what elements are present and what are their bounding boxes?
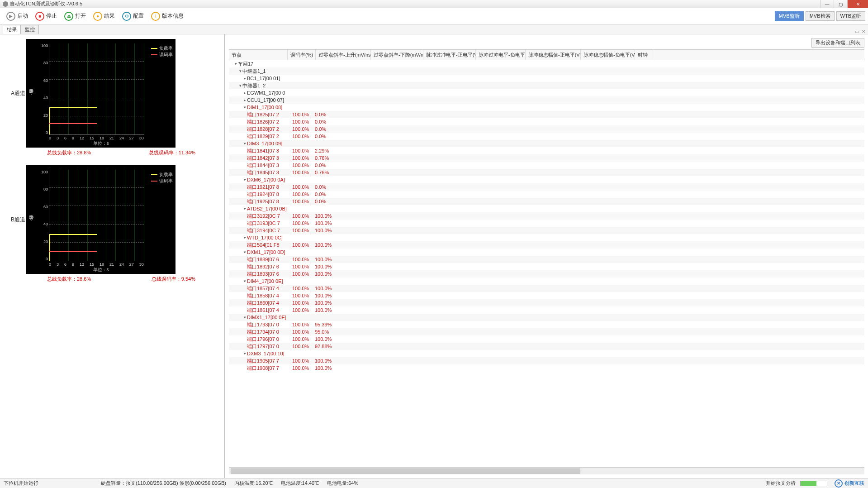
tree-row[interactable]: 端口1794[07 0100.0%95.0% <box>229 328 864 335</box>
tree-row[interactable]: 端口3192[0C 7100.0%100.0% <box>229 212 864 220</box>
tree-row[interactable]: 端口1825[07 2100.0%0.0% <box>229 111 864 118</box>
tree-row[interactable]: ▾ATDS2_17[00 0B] <box>229 205 864 212</box>
port-label: 端口1893[07 6 <box>247 271 292 277</box>
tree-row[interactable]: 端口1829[07 2100.0%0.0% <box>229 133 864 140</box>
scrollbar-thumb[interactable] <box>231 469 580 474</box>
tree-row[interactable]: 端口1925[07 8100.0%0.0% <box>229 198 864 205</box>
chart-a-block: A通道 单位：% 100806040200 036912151821242730… <box>11 39 213 156</box>
mvb-listen-tab[interactable]: MVB监听 <box>775 11 804 21</box>
col-clock[interactable]: 时钟 <box>635 50 653 60</box>
tree-row[interactable]: 端口1921[07 8100.0%0.0% <box>229 183 864 191</box>
b-load-stat: 总线负载率：28.6% <box>47 276 91 282</box>
right-pane: 导出设备和端口列表 节点 误码率(%) 过零点斜率-上升(mV/ns) 过零点斜… <box>225 34 868 478</box>
caret-icon[interactable]: ▾ <box>233 62 238 66</box>
tree-row[interactable]: 端口1861[07 4100.0%100.0% <box>229 306 864 314</box>
config-button[interactable]: ⚙ 配置 <box>119 10 147 23</box>
tree-row[interactable]: ▸EGWM1_17[00 0 <box>229 89 864 96</box>
tab-close-icon[interactable]: ✕ <box>862 29 865 34</box>
col-slope-down[interactable]: 过零点斜率-下降(mV/ns) <box>371 50 423 60</box>
wtb-listen-tab[interactable]: WTB监听 <box>836 11 865 21</box>
tree-row[interactable]: 端口1892[07 6100.0%100.0% <box>229 263 864 270</box>
caret-icon[interactable]: ▾ <box>242 315 247 320</box>
tree-row[interactable]: 端口1924[07 8100.0%0.0% <box>229 191 864 198</box>
tree-row[interactable]: ▾DIM1_17[00 08] <box>229 104 864 111</box>
tab-float-icon[interactable]: ▭ <box>855 29 859 34</box>
stop-button[interactable]: ■ 停止 <box>32 10 61 23</box>
status-right: 开始报文分析 <box>766 480 796 487</box>
tree-row[interactable]: 端口1826[07 2100.0%0.0% <box>229 118 864 125</box>
tree-row[interactable]: 端口1796[07 0100.0%100.0% <box>229 335 864 343</box>
chart-b-block: B通道 单位：% 100806040200 036912151821242730… <box>11 165 213 282</box>
node-label: DXM6_17[00 0A] <box>247 177 285 182</box>
caret-icon[interactable]: ▾ <box>242 250 247 254</box>
tree-row[interactable]: ▾车厢17 <box>229 60 864 67</box>
tree-row[interactable]: ▾中继器1_2 <box>229 82 864 89</box>
port-label: 端口504[01 F8 <box>247 242 292 249</box>
caret-icon[interactable]: ▾ <box>238 83 242 88</box>
caret-icon[interactable]: ▾ <box>242 105 247 110</box>
tree-row[interactable]: 端口1905[07 7100.0%100.0% <box>229 357 864 364</box>
tree-row[interactable]: ▾DXM6_17[00 0A] <box>229 176 864 183</box>
tab-result[interactable]: 结果 <box>3 25 21 34</box>
col-node[interactable]: 节点 <box>229 50 288 60</box>
tree-row[interactable]: 端口504[01 F8100.0%100.0% <box>229 241 864 249</box>
port-label: 端口1892[07 6 <box>247 263 292 270</box>
col-amp-pos[interactable]: 脉冲稳态幅值-正电平(V) <box>526 50 581 60</box>
tree-row[interactable]: ▾DIM4_17[00 0E] <box>229 277 864 285</box>
minimize-button[interactable]: — <box>820 0 834 8</box>
col-over-neg[interactable]: 脉冲过冲电平-负电平(V) <box>476 50 526 60</box>
col-amp-neg[interactable]: 脉冲稳态幅值-负电平(V) <box>581 50 635 60</box>
node-label: DIM4_17[00 0E] <box>247 278 283 284</box>
node-label: CCU1_17[00 07] <box>247 97 284 103</box>
col-err[interactable]: 误码率(%) <box>288 50 316 60</box>
tree-row[interactable]: ▾DXM3_17[00 10] <box>229 350 864 357</box>
caret-icon[interactable]: ▾ <box>238 69 242 73</box>
start-button[interactable]: ▶ 启动 <box>3 10 32 23</box>
tree-row[interactable]: 端口3194[0C 7100.0%100.0% <box>229 227 864 234</box>
tree-row[interactable]: 端口1858[07 4100.0%100.0% <box>229 292 864 299</box>
tree-row[interactable]: ▾DIM3_17[00 09] <box>229 140 864 147</box>
port-label: 端口1908[07 7 <box>247 365 292 372</box>
tree-row[interactable]: 端口1860[07 4100.0%100.0% <box>229 299 864 306</box>
tree-row[interactable]: ▾WTD_17[00 0C] <box>229 234 864 241</box>
tree-row[interactable]: 端口3193[0C 7100.0%100.0% <box>229 220 864 227</box>
tree-row[interactable]: ▸BC1_17[00 01] <box>229 75 864 82</box>
caret-icon[interactable]: ▾ <box>242 206 247 211</box>
caret-icon[interactable]: ▸ <box>242 98 247 102</box>
tree-row[interactable]: 端口1828[07 2100.0%0.0% <box>229 125 864 133</box>
col-over-pos[interactable]: 脉冲过冲电平-正电平(V) <box>423 50 476 60</box>
result-button[interactable]: ● 结果 <box>90 10 119 23</box>
tree-row[interactable]: 端口1844[07 3100.0%0.0% <box>229 162 864 169</box>
tree-row[interactable]: 端口1841[07 3100.0%2.29% <box>229 147 864 154</box>
export-button[interactable]: 导出设备和端口列表 <box>811 38 864 48</box>
mvb-search-tab[interactable]: MVB检索 <box>806 11 835 21</box>
tree-row[interactable]: 端口1842[07 3100.0%0.76% <box>229 154 864 162</box>
tree-row[interactable]: ▾DXM1_17[00 0D] <box>229 249 864 256</box>
tree-row[interactable]: 端口1845[07 3100.0%0.76% <box>229 169 864 176</box>
tree-row[interactable]: 端口1908[07 7100.0%100.0% <box>229 364 864 372</box>
open-button[interactable]: ⏏ 打开 <box>61 10 90 23</box>
tree-row[interactable]: ▾DIMX1_17[00 0F] <box>229 314 864 321</box>
tab-monitor[interactable]: 监控 <box>21 25 39 34</box>
node-label: DXM1_17[00 0D] <box>247 249 285 255</box>
caret-icon[interactable]: ▾ <box>242 235 247 240</box>
tree-row[interactable]: 端口1893[07 6100.0%100.0% <box>229 270 864 277</box>
tree-row[interactable]: 端口1857[07 4100.0%100.0% <box>229 285 864 292</box>
maximize-button[interactable]: ▢ <box>834 0 847 8</box>
caret-icon[interactable]: ▾ <box>242 177 247 182</box>
close-button[interactable]: ✕ <box>847 0 868 8</box>
caret-icon[interactable]: ▸ <box>242 76 247 81</box>
col-slope-up[interactable]: 过零点斜率-上升(mV/ns) <box>316 50 371 60</box>
caret-icon[interactable]: ▸ <box>242 91 247 95</box>
caret-icon[interactable]: ▾ <box>242 141 247 146</box>
tree-row[interactable]: ▸CCU1_17[00 07] <box>229 96 864 104</box>
caret-icon[interactable]: ▾ <box>242 279 247 283</box>
tree-row[interactable]: ▾中继器1_1 <box>229 67 864 75</box>
version-button[interactable]: i 版本信息 <box>147 10 187 23</box>
tree-row[interactable]: 端口1793[07 0100.0%95.39% <box>229 321 864 328</box>
tree-row[interactable]: 端口1797[07 0100.0%92.88% <box>229 343 864 350</box>
tree-row[interactable]: 端口1889[07 6100.0%100.0% <box>229 256 864 263</box>
h-scrollbar[interactable] <box>229 467 864 474</box>
caret-icon[interactable]: ▾ <box>242 351 247 356</box>
tree-body[interactable]: ▾车厢17▾中继器1_1▸BC1_17[00 01]▾中继器1_2▸EGWM1_… <box>229 60 864 467</box>
